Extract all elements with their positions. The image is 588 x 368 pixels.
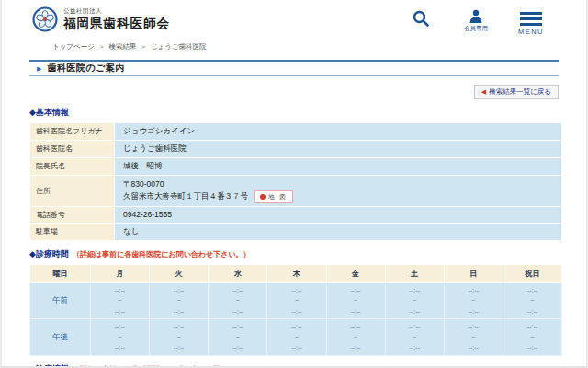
table-row: 歯科医院名じょうご歯科医院 xyxy=(30,140,562,157)
time-text: --:-- xyxy=(503,342,561,353)
hours-cell: --:--~--:-- xyxy=(209,319,267,356)
hours-cell: --:--~--:-- xyxy=(91,319,150,356)
time-text: --:-- xyxy=(209,306,266,317)
hours-column-header: 月 xyxy=(91,264,150,282)
row-label: 電話番号 xyxy=(30,206,115,223)
association-emblem-icon xyxy=(32,6,58,32)
hours-cell: --:--~--:-- xyxy=(503,319,561,356)
time-text: --:-- xyxy=(327,342,385,353)
table-row: 駐車場なし xyxy=(30,223,562,240)
time-text: --:-- xyxy=(91,306,149,317)
time-text: --:-- xyxy=(386,321,444,332)
back-link-label: 検索結果一覧に戻る xyxy=(489,87,551,97)
row-label: 歯科医院名フリガナ xyxy=(30,122,115,140)
page: 公益社団法人 福岡県歯科医師会 会員専用 xyxy=(0,0,588,368)
time-text: --:-- xyxy=(327,321,385,332)
hours-column-header: 金 xyxy=(326,264,385,282)
time-text: --:-- xyxy=(386,306,444,317)
hours-cell: --:--~--:-- xyxy=(503,282,561,319)
hours-note: （詳細は事前に各歯科医院にお問い合わせ下さい。） xyxy=(73,250,251,259)
time-text: --:-- xyxy=(267,342,325,353)
time-text: --:-- xyxy=(327,306,385,317)
time-text: --:-- xyxy=(445,306,503,317)
breadcrumb: トップページ＞検索結果＞じょうご歯科医院 xyxy=(2,37,586,52)
search-icon xyxy=(412,9,430,28)
time-text: ~ xyxy=(503,295,561,306)
breadcrumb-link[interactable]: トップページ xyxy=(52,42,95,51)
hours-cell: --:--~--:-- xyxy=(150,319,209,356)
hours-column-header: 日 xyxy=(444,264,503,282)
row-value: ジョウゴシカイイン xyxy=(115,122,562,140)
back-arrow-icon: ◀ xyxy=(481,88,486,95)
time-text: ~ xyxy=(91,332,149,343)
time-text: --:-- xyxy=(209,342,266,353)
time-text: ~ xyxy=(209,295,266,306)
table-row: 歯科医院名フリガナジョウゴシカイイン xyxy=(30,122,562,140)
hours-column-header: 水 xyxy=(209,264,267,282)
hours-cell: --:--~--:-- xyxy=(267,319,326,356)
clinic-info-heading-label: ◆診療情報 xyxy=(29,364,69,368)
site-logo[interactable]: 公益社団法人 福岡県歯科医師会 xyxy=(32,6,170,32)
time-text: --:-- xyxy=(386,342,444,353)
hours-row-label: 午前 xyxy=(30,282,91,319)
hamburger-icon xyxy=(520,9,542,26)
member-area-label: 会員専用 xyxy=(464,25,488,33)
search-button[interactable] xyxy=(401,9,441,36)
member-area-button[interactable]: 会員専用 xyxy=(456,9,496,36)
row-value: 0942-26-1555 xyxy=(115,206,562,223)
hours-row: 午前--:--~--:----:--~--:----:--~--:----:--… xyxy=(30,282,562,319)
time-text: ~ xyxy=(386,295,444,306)
hours-column-header: 祝日 xyxy=(503,264,561,282)
time-text: --:-- xyxy=(386,285,444,296)
hours-header-row: 曜日月火水木金土日祝日 xyxy=(30,264,562,282)
org-titles: 公益社団法人 福岡県歯科医師会 xyxy=(63,7,170,32)
time-text: --:-- xyxy=(445,321,503,332)
org-type-label: 公益社団法人 xyxy=(63,7,170,16)
hours-column-header: 火 xyxy=(150,264,209,282)
time-text: --:-- xyxy=(150,285,208,296)
hours-cell: --:--~--:-- xyxy=(209,282,267,319)
menu-button[interactable]: MENU xyxy=(511,9,551,36)
hours-cell: --:--~--:-- xyxy=(267,282,326,319)
breadcrumb-separator: ＞ xyxy=(98,42,106,51)
time-text: --:-- xyxy=(267,321,325,332)
time-text: ~ xyxy=(267,295,325,306)
hours-table: 曜日月火水木金土日祝日午前--:--~--:----:--~--:----:--… xyxy=(29,264,562,356)
time-text: ~ xyxy=(150,295,208,306)
page-title-bar: ▶ 歯科医院のご案内 xyxy=(29,60,559,76)
time-text: ~ xyxy=(386,332,444,343)
time-text: ~ xyxy=(327,295,385,306)
org-name-label: 福岡県歯科医師会 xyxy=(63,16,170,32)
breadcrumb-link[interactable]: 検索結果 xyxy=(108,42,136,51)
table-row: 住所〒830-0070久留米市大善寺町１丁目４番３７号地 図 xyxy=(30,175,562,206)
time-text: --:-- xyxy=(445,285,503,296)
address-text: 久留米市大善寺町１丁目４番３７号 xyxy=(123,191,248,201)
basic-info-table: 歯科医院名フリガナジョウゴシカイイン歯科医院名じょうご歯科医院院長氏名城後 昭博… xyxy=(29,122,562,241)
row-label: 院長氏名 xyxy=(30,157,115,175)
map-pin-icon xyxy=(260,194,266,200)
time-text: ~ xyxy=(91,295,149,306)
hours-column-header: 木 xyxy=(267,264,326,282)
row-label: 住所 xyxy=(30,175,115,206)
table-row: 電話番号0942-26-1555 xyxy=(30,206,562,223)
time-text: --:-- xyxy=(150,321,208,332)
time-text: --:-- xyxy=(503,306,561,317)
hours-row-label: 午後 xyxy=(30,319,91,356)
address-line: 〒830-0070 xyxy=(123,178,553,190)
time-text: --:-- xyxy=(267,285,325,296)
row-value: じょうご歯科医院 xyxy=(115,140,562,157)
breadcrumb-current: じょうご歯科医院 xyxy=(151,42,207,51)
address-text: 〒830-0070 xyxy=(123,179,164,189)
hours-heading-label: ◆診療時間 xyxy=(29,249,69,259)
time-text: --:-- xyxy=(209,321,266,332)
menu-label: MENU xyxy=(518,28,544,36)
hours-cell: --:--~--:-- xyxy=(444,319,503,356)
time-text: --:-- xyxy=(503,321,561,332)
map-button[interactable]: 地 図 xyxy=(254,190,293,203)
time-text: --:-- xyxy=(91,342,149,353)
hours-cell: --:--~--:-- xyxy=(91,282,150,319)
back-to-results-link[interactable]: ◀ 検索結果一覧に戻る xyxy=(474,85,559,99)
time-text: ~ xyxy=(445,295,503,306)
table-row: 院長氏名城後 昭博 xyxy=(30,157,562,175)
hours-cell: --:--~--:-- xyxy=(326,282,385,319)
